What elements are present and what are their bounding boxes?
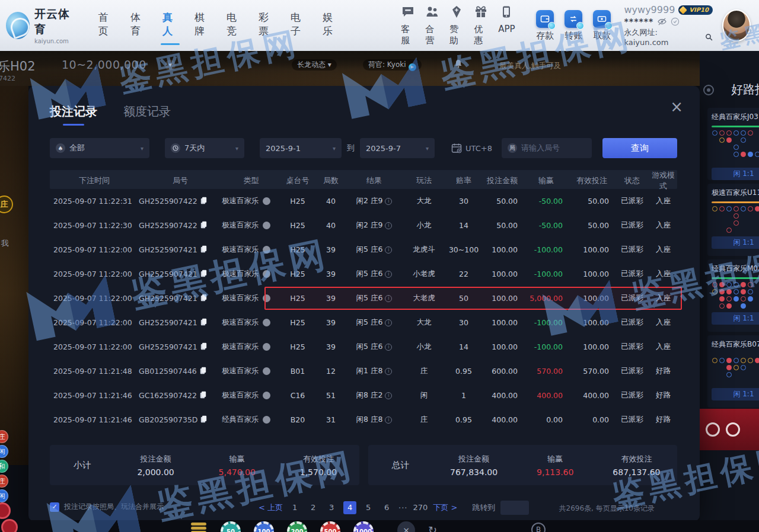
- table-row[interactable]: 2025-09-07 11:22:00GH2525907421极速百家乐H253…: [50, 238, 677, 262]
- menu-item-真人[interactable]: 真人: [162, 11, 178, 40]
- tab-额度记录[interactable]: 额度记录: [123, 104, 171, 126]
- menu-item-棋牌[interactable]: 棋牌: [194, 11, 211, 40]
- next-page-link[interactable]: 下页 >: [433, 502, 457, 513]
- copy-icon[interactable]: [200, 270, 207, 279]
- copy-icon[interactable]: [200, 367, 206, 376]
- clear-bets-icon[interactable]: ×: [397, 521, 415, 532]
- copy-icon[interactable]: [200, 221, 207, 230]
- road-panel-经典百家乐J03[interactable]: 经典百家乐J03闲 1:1: [707, 108, 759, 180]
- road-bet-button[interactable]: 闲 1:1: [712, 388, 759, 400]
- road-panel-header: 经典百家乐B07: [712, 339, 759, 350]
- quick-link-客服[interactable]: 客服: [401, 5, 415, 46]
- table-row[interactable]: 2025-09-07 11:22:30GH2525907422极速百家乐H254…: [50, 213, 677, 238]
- menu-item-电子[interactable]: 电子: [291, 11, 307, 40]
- menu-item-娱乐[interactable]: 娱乐: [323, 11, 339, 40]
- table-row[interactable]: 2025-09-07 11:22:00GH2525907421极速百家乐H253…: [50, 286, 677, 310]
- road-bet-button[interactable]: 闲 1:1: [712, 312, 759, 325]
- cell-result: 闲5 庄6i: [347, 318, 401, 328]
- merge-display-checkbox[interactable]: ✓: [50, 502, 59, 512]
- game-type-select[interactable]: ♠ 全部▾: [50, 138, 149, 158]
- search-icon[interactable]: [705, 33, 713, 41]
- copy-icon[interactable]: [200, 245, 207, 255]
- table-row[interactable]: 2025-09-07 11:22:00GH2525907421极速百家乐H253…: [50, 262, 677, 286]
- page-number-1[interactable]: 1: [288, 501, 301, 514]
- menu-item-首页[interactable]: 首页: [98, 11, 114, 40]
- wallet-link-转账[interactable]: 转账: [565, 10, 582, 41]
- cell-round-id: GH2525907421: [139, 245, 222, 255]
- quick-link-赞助[interactable]: 赞助: [449, 5, 464, 46]
- road-panel-极速百家乐U11[interactable]: 极速百家乐U11闲 1:1: [707, 184, 759, 256]
- page-number-5[interactable]: 5: [362, 501, 375, 514]
- info-icon[interactable]: i: [385, 344, 392, 351]
- menu-item-电竞[interactable]: 电竞: [227, 11, 243, 40]
- date-from-select[interactable]: 2025-9-1▾: [260, 138, 342, 158]
- road-target-icon[interactable]: [703, 85, 714, 95]
- query-button[interactable]: 查询: [602, 138, 677, 158]
- chip-1000[interactable]: 1000: [353, 521, 374, 532]
- road-panel-经典百家乐M03[interactable]: 经典百家乐M03闲 1:1: [707, 259, 759, 332]
- table-row[interactable]: 2025-09-07 11:22:00GH2525907421极速百家乐H253…: [50, 310, 677, 335]
- bell-icon[interactable]: [454, 59, 463, 70]
- table-row[interactable]: 2025-09-07 11:21:46GB202590735D经典百家乐B203…: [50, 408, 677, 432]
- copy-icon[interactable]: [200, 391, 206, 400]
- wallet-link-取款[interactable]: 取款: [593, 10, 611, 41]
- date-range-select[interactable]: 7天内▾: [165, 138, 244, 158]
- promo-band[interactable]: [700, 409, 759, 450]
- eye-off-icon[interactable]: [658, 17, 666, 26]
- tab-投注记录[interactable]: 投注记录: [50, 104, 97, 126]
- page-number-2[interactable]: 2: [307, 501, 320, 514]
- info-icon[interactable]: i: [385, 368, 392, 375]
- page-number-4[interactable]: 4: [343, 501, 356, 514]
- chip-500[interactable]: 500: [320, 521, 340, 532]
- round-search-input[interactable]: 局 请输入局号: [502, 138, 592, 158]
- date-to-select[interactable]: 2025-9-7▾: [360, 138, 435, 158]
- quick-link-APP[interactable]: APP: [498, 5, 515, 46]
- menu-item-体育[interactable]: 体育: [130, 11, 146, 40]
- info-icon[interactable]: i: [385, 246, 392, 254]
- copy-icon[interactable]: [200, 197, 207, 206]
- user-avatar[interactable]: [722, 9, 751, 41]
- info-icon[interactable]: i: [385, 222, 392, 229]
- quick-link-合营[interactable]: 合营: [425, 5, 439, 46]
- cell-status: 已派彩: [615, 293, 649, 303]
- info-icon[interactable]: i: [385, 392, 392, 399]
- wallet-link-存款[interactable]: 存款: [536, 10, 554, 41]
- table-row[interactable]: 2025-09-07 11:21:46GC1625907422极速百家乐C165…: [50, 383, 677, 408]
- chip-stack-icon[interactable]: [191, 523, 206, 532]
- bead: [712, 296, 717, 302]
- chip-200[interactable]: 200: [287, 521, 307, 532]
- prev-page-link[interactable]: < 上页: [259, 502, 283, 513]
- table-row[interactable]: 2025-09-07 11:21:48GB0125907446极速百家乐B011…: [50, 359, 677, 383]
- cell-result: 闲8 庄2i: [347, 390, 401, 400]
- dynamics-pill[interactable]: 长龙动态 ▾: [292, 59, 337, 70]
- undo-icon[interactable]: ↻: [428, 524, 437, 532]
- info-icon[interactable]: i: [385, 271, 392, 278]
- close-icon[interactable]: ×: [670, 99, 683, 114]
- quick-link-优惠[interactable]: 优惠: [474, 5, 488, 46]
- copy-icon[interactable]: [200, 318, 207, 328]
- menu-item-彩票[interactable]: 彩票: [259, 11, 275, 40]
- info-icon[interactable]: i: [385, 319, 392, 326]
- jump-to-input[interactable]: [500, 501, 529, 515]
- table-row[interactable]: 2025-09-07 11:22:31GH2525907422极速百家乐H254…: [50, 189, 677, 213]
- road-panel-经典百家乐B07[interactable]: 经典百家乐B07闲 1:1: [707, 335, 759, 408]
- road-bet-button[interactable]: 闲 1:1: [712, 168, 759, 180]
- dealer-pill[interactable]: 荷官: Kyoki▶: [363, 59, 422, 70]
- copy-icon[interactable]: [200, 342, 207, 352]
- copy-icon[interactable]: [200, 415, 207, 425]
- copy-icon[interactable]: [200, 294, 207, 303]
- bead: [712, 282, 717, 287]
- brand-logo[interactable]: 开云体育 kaiyun.com: [6, 7, 76, 44]
- page-number-6[interactable]: 6: [380, 501, 393, 514]
- page-number-270[interactable]: 270: [413, 501, 428, 514]
- table-row[interactable]: 2025-09-07 11:22:00GH2525907421极速百家乐H253…: [50, 335, 677, 359]
- road-bet-button[interactable]: 闲 1:1: [712, 236, 759, 249]
- chip-100[interactable]: 100: [254, 521, 274, 532]
- limits-chevron-down-icon[interactable]: ▾: [165, 60, 176, 70]
- info-icon[interactable]: i: [385, 416, 392, 424]
- page-number-3[interactable]: 3: [325, 501, 338, 514]
- info-icon[interactable]: i: [385, 295, 392, 302]
- info-icon[interactable]: i: [385, 198, 392, 205]
- chip-50[interactable]: 50: [221, 521, 241, 532]
- refresh-circle-icon[interactable]: [671, 17, 680, 26]
